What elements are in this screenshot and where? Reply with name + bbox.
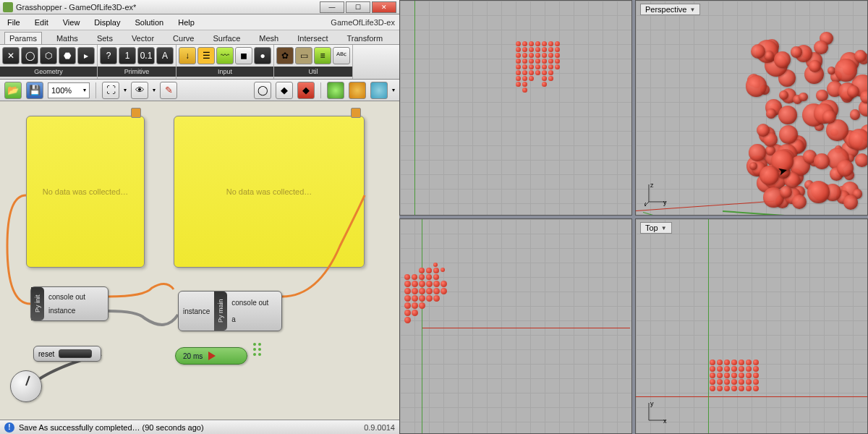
secondary-toolbar: 📂 💾 100%▾ ⛶ ▾ 👁 ▾ ✎ ◯ ◆ ◆ ▾ [0,80,399,101]
svg-text:x: x [644,200,647,206]
viewport-front[interactable]: /*placeholder*/ [399,0,632,216]
sketch-button[interactable]: ✎ [160,82,177,99]
shaded-button[interactable]: ◆ [276,82,293,99]
preview-button[interactable]: 👁 [131,82,148,99]
ribbon-group-label: Geometry [0,67,97,77]
statusbar: ! Save As successfully completed… (90 se… [0,420,399,434]
timer-label: 20 ms [183,352,203,360]
input-icon[interactable]: ◼ [235,47,252,64]
grasshopper-window: Grasshopper - GameOfLife3D-ex* — ☐ ✕ Fil… [0,0,399,434]
minimize-button[interactable]: — [320,1,344,13]
titlebar: Grasshopper - GameOfLife3D-ex* — ☐ ✕ [0,0,399,14]
tab-vector[interactable]: Vector [127,33,158,44]
slider-label: reset [38,350,54,358]
tab-curve[interactable]: Curve [169,33,198,44]
ribbon: ✕ ◯ ⬡ ⬣ ▸ Geometry ? 1 0.1 A Primitive ↓… [0,45,399,80]
tab-surface[interactable]: Surface [208,33,244,44]
svg-text:z: z [650,182,654,189]
status-message: Save As successfully completed… (90 seco… [19,423,204,432]
util-icon[interactable]: ✿ [276,47,294,64]
viewport-label[interactable]: Perspective▼ [640,4,700,15]
maximize-button[interactable]: ☐ [346,1,370,13]
slider-track[interactable] [59,349,92,358]
rhino-viewports: /*placeholder*/ Perspective▼ [399,0,868,434]
svg-text:y: y [663,199,667,206]
python-init-component[interactable]: Py init console out instance [30,286,109,321]
color-green-button[interactable] [327,82,344,99]
geometry-preview [744,30,868,216]
prim-icon[interactable]: ? [100,47,117,64]
compass-widget[interactable] [10,370,42,402]
node-header: Py init [31,287,44,320]
tab-mesh[interactable]: Mesh [255,33,283,44]
ribbon-tabs: Params Maths Sets Vector Curve Surface M… [0,30,399,45]
axis-indicator: z y x [644,180,671,206]
panel-component[interactable]: No data was collected… [174,116,365,268]
canvas[interactable]: No data was collected… No data was colle… [0,101,399,420]
play-icon [208,352,216,360]
tab-sets[interactable]: Sets [93,33,117,44]
viewport-right[interactable] [399,218,632,434]
viewport-perspective[interactable]: Perspective▼ z y x ➤ [635,0,868,216]
geom-icon[interactable]: ⬡ [40,47,57,64]
panel-tab-icon [131,108,141,118]
zoom-extents-button[interactable]: ⛶ [102,82,119,99]
geom-icon[interactable]: ◯ [21,47,38,64]
menubar: File Edit View Display Solution Help Gam… [0,14,399,30]
tab-params[interactable]: Params [4,32,42,44]
menu-solution[interactable]: Solution [132,17,166,28]
input-icon[interactable]: 〰 [216,47,234,64]
wireframe-button[interactable]: ◯ [254,82,271,99]
input-icon[interactable]: ● [254,47,271,64]
python-main-component[interactable]: instance Py main console out a [178,291,282,331]
chevron-down-icon: ▼ [689,7,695,13]
svg-text:y: y [650,400,654,407]
tab-transform[interactable]: Transform [342,33,387,44]
geom-icon[interactable]: ✕ [2,47,20,64]
prim-icon[interactable]: 1 [119,47,136,64]
viewport-label[interactable]: Top▼ [640,222,672,234]
geom-icon[interactable]: ▸ [77,47,95,64]
node-output: instance [48,307,85,315]
info-icon: ! [4,422,14,433]
document-name: GameOfLife3D-ex [331,18,395,27]
geom-icon[interactable]: ⬣ [59,47,76,64]
window-title: Grasshopper - GameOfLife3D-ex* [16,3,320,12]
menu-help[interactable]: Help [175,17,197,28]
panel-text: No data was collected… [226,187,312,196]
close-button[interactable]: ✕ [372,1,396,13]
node-output: console out [48,293,85,301]
grasshopper-icon [3,2,13,12]
menu-file[interactable]: File [4,17,23,28]
panel-component[interactable]: No data was collected… [26,116,145,268]
input-icon[interactable]: ☰ [197,47,215,64]
menu-display[interactable]: Display [91,17,123,28]
prim-icon[interactable]: 0.1 [137,47,155,64]
tab-intersect[interactable]: Intersect [293,33,332,44]
util-icon[interactable]: ▭ [295,47,312,64]
util-icon[interactable]: ᴬᴮᶜ [333,47,350,64]
open-button[interactable]: 📂 [4,82,22,99]
tab-maths[interactable]: Maths [52,33,82,44]
save-button[interactable]: 💾 [26,82,43,99]
node-output: a [231,315,268,323]
color-orange-button[interactable] [349,82,366,99]
input-icon[interactable]: ↓ [179,47,196,64]
node-output: console out [231,299,268,307]
chevron-down-icon: ▼ [661,225,667,231]
axis-indicator: y x [644,399,671,425]
node-input: instance [183,307,210,315]
version-label: 0.9.0014 [364,423,395,432]
ribbon-group-label: Primitive [98,67,176,77]
menu-edit[interactable]: Edit [32,17,51,28]
util-icon[interactable]: ≡ [314,47,331,64]
render-button[interactable]: ◆ [297,82,315,99]
timer-component[interactable]: 20 ms [175,347,247,365]
panel-tab-icon [351,108,361,118]
prim-icon[interactable]: A [156,47,174,64]
color-cyan-button[interactable] [370,82,388,99]
viewport-top[interactable]: Top▼ y x [635,218,868,434]
reset-toggle[interactable]: reset [33,346,101,362]
menu-view[interactable]: View [60,17,83,28]
zoom-input[interactable]: 100%▾ [48,82,90,98]
